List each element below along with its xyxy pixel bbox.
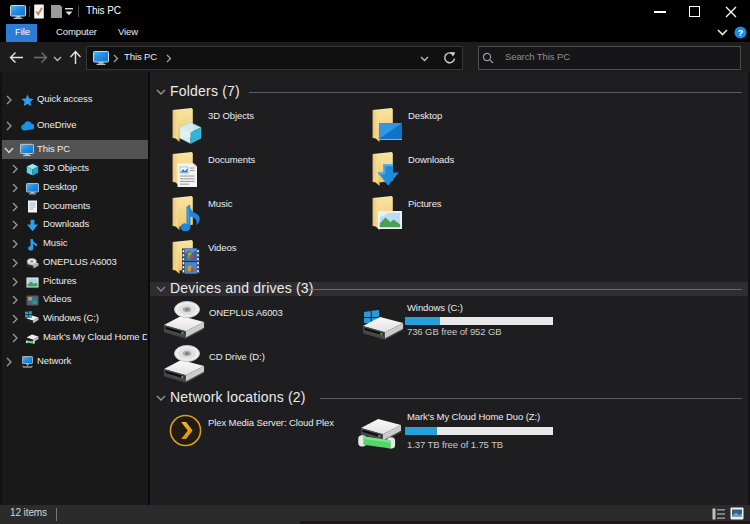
- svg-text:?: ?: [738, 28, 744, 38]
